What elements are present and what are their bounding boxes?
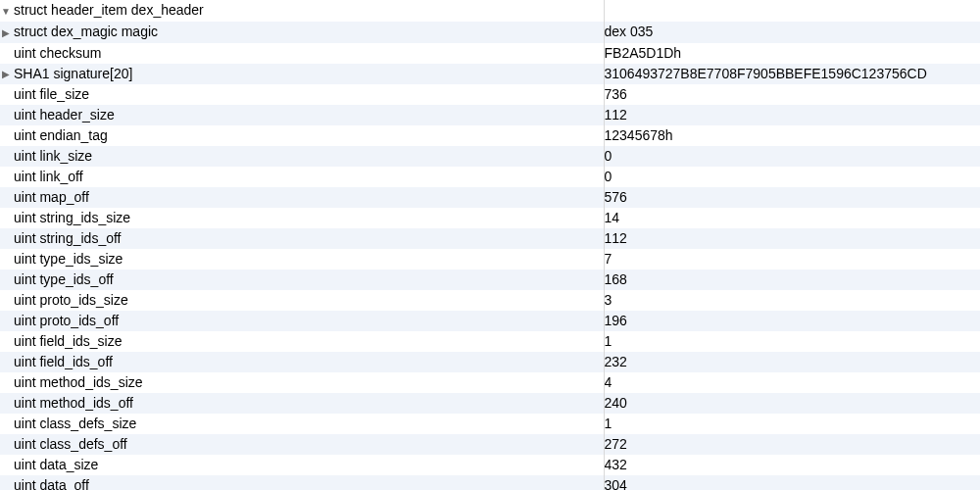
struct-tree-table: ▼struct header_item dex_header▶struct de…	[0, 0, 980, 490]
tree-cell-name: uint method_ids_off	[0, 393, 604, 414]
field-label: uint link_size	[14, 148, 92, 164]
tree-cell-name: uint proto_ids_size	[0, 290, 604, 311]
field-value: 272	[604, 434, 980, 455]
tree-row-22[interactable]: uint data_off304	[0, 475, 980, 490]
tree-cell-name: ▼struct header_item dex_header	[0, 0, 604, 22]
tree-row-5[interactable]: uint endian_tag12345678h	[0, 125, 980, 146]
tree-row-9[interactable]: uint string_ids_size14	[0, 208, 980, 228]
field-value: 576	[604, 187, 980, 208]
field-label: SHA1 signature[20]	[14, 66, 132, 81]
tree-cell-name: uint file_size	[0, 84, 604, 105]
tree-cell-name: uint type_ids_size	[0, 249, 604, 270]
field-value: 232	[604, 352, 980, 372]
field-label: uint endian_tag	[14, 127, 108, 143]
tree-row-root[interactable]: ▼struct header_item dex_header	[0, 0, 980, 22]
field-label: uint checksum	[14, 45, 101, 61]
tree-row-1[interactable]: uint checksumFB2A5D1Dh	[0, 43, 980, 64]
field-label: uint field_ids_size	[14, 333, 122, 349]
tree-row-6[interactable]: uint link_size0	[0, 146, 980, 167]
field-value: 4	[604, 372, 980, 393]
field-label: uint header_size	[14, 107, 115, 122]
tree-row-21[interactable]: uint data_size432	[0, 455, 980, 475]
field-label: uint string_ids_off	[14, 230, 121, 246]
field-value: 240	[604, 393, 980, 414]
tree-cell-name: uint string_ids_size	[0, 208, 604, 228]
field-label: uint data_off	[14, 477, 89, 490]
field-label: uint proto_ids_off	[14, 313, 119, 328]
tree-cell-name: uint field_ids_off	[0, 352, 604, 372]
field-label: uint proto_ids_size	[14, 292, 128, 308]
struct-tree-body: ▼struct header_item dex_header▶struct de…	[0, 0, 980, 490]
tree-cell-name: uint link_size	[0, 146, 604, 167]
field-label: uint map_off	[14, 189, 89, 205]
tree-cell-name: uint checksum	[0, 43, 604, 64]
tree-row-14[interactable]: uint proto_ids_off196	[0, 311, 980, 331]
tree-cell-name: ▶struct dex_magic magic	[0, 22, 604, 43]
tree-cell-name: uint data_size	[0, 455, 604, 475]
chevron-right-icon[interactable]: ▶	[0, 23, 12, 43]
tree-cell-name: ▶SHA1 signature[20]	[0, 64, 604, 85]
tree-row-16[interactable]: uint field_ids_off232	[0, 352, 980, 372]
chevron-down-icon[interactable]: ▼	[0, 1, 12, 22]
field-value: 0	[604, 167, 980, 187]
field-label: uint class_defs_off	[14, 436, 127, 452]
tree-cell-name: uint endian_tag	[0, 125, 604, 146]
tree-row-19[interactable]: uint class_defs_size1	[0, 414, 980, 434]
tree-cell-name: uint type_ids_off	[0, 270, 604, 290]
field-label: uint field_ids_off	[14, 354, 113, 369]
tree-row-2[interactable]: ▶SHA1 signature[20]3106493727B8E7708F790…	[0, 64, 980, 85]
field-value: 736	[604, 84, 980, 105]
field-value: FB2A5D1Dh	[604, 43, 980, 64]
tree-cell-name: uint map_off	[0, 187, 604, 208]
tree-cell-name: uint method_ids_size	[0, 372, 604, 393]
tree-row-17[interactable]: uint method_ids_size4	[0, 372, 980, 393]
field-value: 12345678h	[604, 125, 980, 146]
tree-row-7[interactable]: uint link_off0	[0, 167, 980, 187]
field-value: 14	[604, 208, 980, 228]
tree-cell-name: uint proto_ids_off	[0, 311, 604, 331]
tree-cell-name: uint string_ids_off	[0, 228, 604, 249]
field-label: uint string_ids_size	[14, 210, 130, 225]
tree-cell-name: uint header_size	[0, 105, 604, 125]
tree-row-13[interactable]: uint proto_ids_size3	[0, 290, 980, 311]
field-label: struct dex_magic magic	[14, 24, 158, 39]
field-value: 1	[604, 331, 980, 352]
field-value	[604, 0, 980, 22]
tree-row-4[interactable]: uint header_size112	[0, 105, 980, 125]
field-value: 0	[604, 146, 980, 167]
tree-row-18[interactable]: uint method_ids_off240	[0, 393, 980, 414]
field-value: 7	[604, 249, 980, 270]
tree-cell-name: uint class_defs_off	[0, 434, 604, 455]
tree-row-11[interactable]: uint type_ids_size7	[0, 249, 980, 270]
field-label: uint method_ids_size	[14, 374, 143, 390]
field-value: 304	[604, 475, 980, 490]
tree-cell-name: uint data_off	[0, 475, 604, 490]
tree-row-15[interactable]: uint field_ids_size1	[0, 331, 980, 352]
field-value: 1	[604, 414, 980, 434]
field-value: 432	[604, 455, 980, 475]
chevron-right-icon[interactable]: ▶	[0, 64, 12, 84]
field-label: uint method_ids_off	[14, 395, 133, 411]
field-value: 3106493727B8E7708F7905BBEFE1596C123756CD	[604, 64, 980, 85]
field-label: uint type_ids_off	[14, 271, 114, 287]
tree-cell-name: uint link_off	[0, 167, 604, 187]
field-label: uint type_ids_size	[14, 251, 122, 267]
tree-row-8[interactable]: uint map_off576	[0, 187, 980, 208]
field-value: 196	[604, 311, 980, 331]
field-value: 112	[604, 228, 980, 249]
field-label: uint link_off	[14, 169, 83, 184]
tree-cell-name: uint class_defs_size	[0, 414, 604, 434]
field-value: 3	[604, 290, 980, 311]
tree-cell-name: uint field_ids_size	[0, 331, 604, 352]
field-label: uint data_size	[14, 457, 98, 472]
tree-row-10[interactable]: uint string_ids_off112	[0, 228, 980, 249]
tree-row-3[interactable]: uint file_size736	[0, 84, 980, 105]
field-label: uint file_size	[14, 86, 89, 102]
tree-row-0[interactable]: ▶struct dex_magic magicdex 035	[0, 22, 980, 43]
tree-row-20[interactable]: uint class_defs_off272	[0, 434, 980, 455]
field-label: struct header_item dex_header	[14, 2, 204, 18]
tree-row-12[interactable]: uint type_ids_off168	[0, 270, 980, 290]
field-label: uint class_defs_size	[14, 416, 136, 431]
field-value: 168	[604, 270, 980, 290]
field-value: dex 035	[604, 22, 980, 43]
